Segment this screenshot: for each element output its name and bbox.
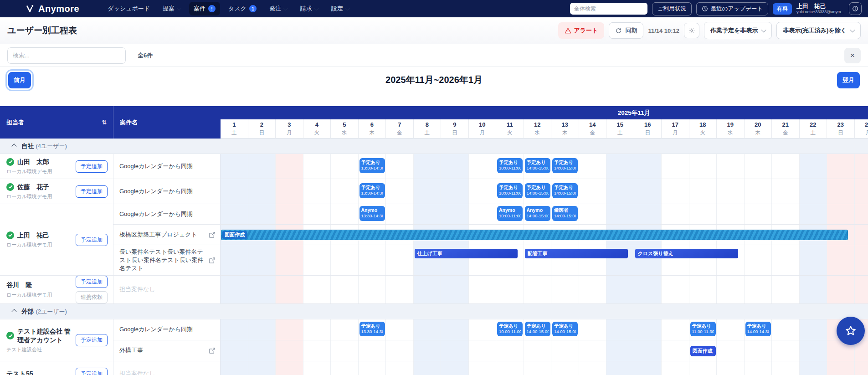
day-cell[interactable] [689, 179, 717, 204]
day-cell[interactable] [579, 179, 607, 204]
nav-item-billing[interactable]: 請求 [296, 2, 323, 15]
day-cell[interactable] [276, 179, 303, 204]
day-cell[interactable] [855, 245, 868, 275]
day-cell[interactable] [386, 154, 414, 179]
display-settings-button[interactable] [684, 23, 699, 38]
day-cell[interactable] [745, 276, 772, 303]
event-chip[interactable]: 予定あり10:00-11:00 [497, 322, 523, 337]
day-cell[interactable] [221, 319, 248, 340]
day-cell[interactable] [469, 276, 497, 303]
day-cell[interactable] [469, 204, 497, 224]
day-cell[interactable] [248, 204, 276, 224]
day-cell[interactable] [634, 276, 662, 303]
global-search-input[interactable] [570, 3, 647, 15]
event-chip[interactable]: 予定あり11:00-11:30 [690, 322, 716, 337]
day-cell[interactable] [303, 204, 331, 224]
day-cell[interactable] [800, 340, 827, 361]
day-cell[interactable] [276, 245, 303, 275]
day-cell[interactable] [745, 361, 772, 375]
day-cell[interactable] [221, 276, 248, 303]
day-cell[interactable] [248, 340, 276, 361]
day-cell[interactable] [331, 276, 359, 303]
day-cell[interactable] [662, 361, 689, 375]
schedule-add-button[interactable]: 予定追加 [76, 334, 108, 346]
day-cell[interactable] [303, 340, 331, 361]
day-cell[interactable] [248, 319, 276, 340]
event-chip[interactable]: 図面作成 [690, 346, 716, 356]
day-cell[interactable] [855, 204, 868, 224]
day-cell[interactable] [276, 276, 303, 303]
day-cell[interactable] [855, 154, 868, 179]
day-cell[interactable] [800, 245, 827, 275]
day-cell[interactable] [331, 245, 359, 275]
day-cell[interactable] [359, 361, 386, 375]
day-cell[interactable] [496, 340, 524, 361]
day-cell[interactable] [221, 340, 248, 361]
event-bar[interactable]: 仕上げ工事 [415, 249, 518, 258]
day-cell[interactable] [469, 179, 497, 204]
day-cell[interactable] [386, 276, 414, 303]
day-cell[interactable] [745, 154, 772, 179]
day-cell[interactable] [441, 319, 469, 340]
day-cell[interactable] [303, 319, 331, 340]
day-cell[interactable] [772, 361, 800, 375]
day-cell[interactable] [221, 154, 248, 179]
event-chip[interactable]: 予定あり14:00-15:00 [552, 183, 578, 198]
day-cell[interactable] [772, 319, 800, 340]
collapse-chevron-icon[interactable] [11, 144, 16, 149]
event-chip[interactable]: 予定あり14:00-15:00 [552, 322, 578, 337]
day-cell[interactable] [524, 340, 552, 361]
day-cell[interactable] [800, 154, 827, 179]
day-cell[interactable] [441, 204, 469, 224]
day-cell[interactable] [827, 179, 855, 204]
day-cell[interactable] [331, 319, 359, 340]
day-cell[interactable] [469, 340, 497, 361]
day-cell[interactable] [855, 225, 868, 245]
group-row[interactable]: 自社 (4ユーザー) [0, 139, 868, 154]
day-cell[interactable] [331, 340, 359, 361]
day-cell[interactable] [827, 154, 855, 179]
day-cell[interactable] [248, 276, 276, 303]
day-cell[interactable] [331, 204, 359, 224]
day-cell[interactable] [386, 245, 414, 275]
day-cell[interactable] [331, 179, 359, 204]
day-cell[interactable] [276, 361, 303, 375]
day-cell[interactable] [414, 361, 442, 375]
day-cell[interactable] [248, 245, 276, 275]
day-cell[interactable] [827, 245, 855, 275]
day-cell[interactable] [579, 319, 607, 340]
event-bar[interactable]: 配管工事 [525, 249, 628, 258]
day-cell[interactable] [855, 276, 868, 303]
day-cell[interactable] [496, 276, 524, 303]
event-chip[interactable]: 予定あり14:00-15:00 [525, 183, 550, 198]
day-cell[interactable] [662, 204, 689, 224]
day-cell[interactable] [662, 179, 689, 204]
day-cell[interactable] [827, 204, 855, 224]
day-cell[interactable] [221, 179, 248, 204]
day-cell[interactable] [359, 276, 386, 303]
day-cell[interactable] [745, 340, 772, 361]
day-cell[interactable] [606, 276, 634, 303]
day-cell[interactable] [303, 276, 331, 303]
day-cell[interactable] [276, 204, 303, 224]
day-cell[interactable] [331, 361, 359, 375]
day-cell[interactable] [772, 154, 800, 179]
day-cell[interactable] [248, 154, 276, 179]
event-bar[interactable]: クロス張り替え [635, 249, 738, 258]
anymore-logo[interactable]: Anymore [26, 4, 79, 14]
day-cell[interactable] [717, 179, 745, 204]
day-cell[interactable] [634, 154, 662, 179]
event-chip[interactable]: 予定あり13:30-14:30 [360, 183, 385, 198]
day-cell[interactable] [800, 204, 827, 224]
day-cell[interactable] [634, 319, 662, 340]
next-month-button[interactable]: 翌月 [837, 72, 860, 88]
schedule-add-button[interactable]: 予定追加 [76, 276, 108, 288]
event-chip[interactable]: 予定あり14:00-15:00 [552, 158, 578, 173]
nav-item-settings[interactable]: 設定 [327, 2, 354, 15]
day-cell[interactable] [524, 276, 552, 303]
day-cell[interactable] [441, 361, 469, 375]
day-cell[interactable] [800, 179, 827, 204]
schedule-add-button[interactable]: 予定追加 [76, 160, 108, 173]
external-link-icon[interactable] [209, 257, 216, 264]
event-chip[interactable]: 予定あり10:00-11:00 [497, 158, 523, 173]
